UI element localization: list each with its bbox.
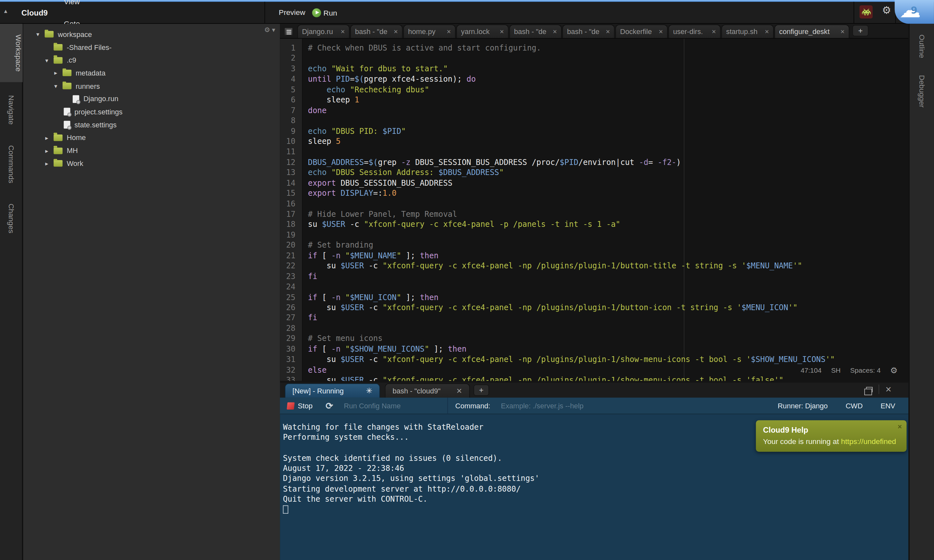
line-number: 33 [280,375,299,381]
settings-gear-icon[interactable]: ⚙ [882,4,891,17]
run-config-name-input[interactable]: Run Config Name [344,402,439,410]
popup-link[interactable]: https://undefined [841,437,896,446]
close-icon[interactable]: ✕ [456,387,462,395]
tree-item-project-settings[interactable]: project.settings [23,105,280,118]
runner-controls: Runner: Django CWD ENV [778,402,895,410]
runner-selector[interactable]: Runner: Django [778,402,828,410]
close-icon[interactable]: × [447,27,451,35]
new-console-tab-button[interactable]: + [473,385,489,396]
tab-list-icon[interactable] [284,27,293,35]
editor-tab-startup-sh[interactable]: startup.sh× [721,24,774,38]
sidebar-tab-outline[interactable]: Outline [917,29,926,64]
chevron-right-icon[interactable]: ▸ [54,70,63,77]
tree-item-label: metadata [76,69,105,77]
sidebar-tab-commands[interactable]: Commands [7,138,15,190]
close-icon[interactable]: × [553,27,557,35]
collapse-triangle-icon[interactable]: ▲ [3,8,8,14]
editor-tab-bash-de[interactable]: bash - "de× [509,24,562,38]
tree-item-mh[interactable]: ▸MH [23,144,280,157]
code-line: 27fi [280,313,908,323]
code-area[interactable]: 1# Check when DBUS is active and start c… [280,38,908,381]
code-line: 1# Check when DBUS is active and start c… [280,43,908,53]
close-icon[interactable]: × [341,27,345,35]
console-panel: [New] - Running✳bash - "cloud9"✕ + ✕ Sto… [280,383,908,560]
code-text: fi [299,313,317,323]
chevron-down-icon[interactable]: ▾ [45,57,54,63]
restart-icon[interactable]: ⟳ [325,400,333,411]
chevron-right-icon[interactable]: ▸ [45,148,54,154]
console-tab-new-running[interactable]: [New] - Running✳ [285,383,380,398]
cwd-button[interactable]: CWD [845,402,863,410]
terminal-line: August 17, 2022 - 22:38:46 [283,463,908,474]
close-icon[interactable]: × [500,27,504,35]
terminal-line: Starting development server at http://0.… [283,483,908,494]
maximize-panel-icon[interactable] [866,387,873,392]
menu-view[interactable]: View [56,0,98,12]
code-line: 9echo "DBUS PID: $PID" [280,126,908,136]
run-button[interactable]: Run [312,2,337,24]
editor-settings-gear-icon[interactable]: ⚙ [890,366,898,375]
code-text [299,198,308,209]
popup-close-icon[interactable]: × [898,423,902,431]
sidebar-tab-navigate[interactable]: Navigate [7,88,15,132]
chevron-down-icon[interactable]: ▾ [54,83,63,89]
close-icon[interactable]: × [394,27,398,35]
tree-item-shared-files[interactable]: -Shared Files- [23,41,280,54]
code-text [299,53,308,63]
close-icon[interactable]: × [712,27,716,35]
cloud9-ide-window: ▲ Cloud9 FileEditFindViewGotoRunToolsWin… [0,0,934,560]
spaces-setting[interactable]: Spaces: 4 [850,366,880,374]
close-icon[interactable]: × [606,27,610,35]
tree-item-c9[interactable]: ▾.c9 [23,54,280,67]
tree-item-label: runners [76,82,100,91]
sidebar-tab-workspace[interactable]: Workspace [0,24,22,82]
code-line: 5 echo "Rechecking dbus" [280,84,908,95]
code-line: 4until PID=$(pgrep xfce4-session); do [280,74,908,84]
editor-tab-dockerfile[interactable]: Dockerfile× [615,24,668,38]
env-button[interactable]: ENV [880,402,895,410]
close-icon[interactable]: × [841,27,845,35]
tree-item-workspace[interactable]: ▾workspace [23,28,280,41]
code-line: 8 [280,115,908,126]
editor-tab-configure-deskt[interactable]: configure_deskt× [774,24,849,38]
sidebar-tab-changes[interactable]: Changes [7,196,15,240]
new-editor-tab-button[interactable]: + [852,25,868,36]
popup-body: Your code is running at https://undefine… [763,437,900,446]
editor-tab-bash-de[interactable]: bash - "de× [563,24,615,38]
tree-settings-gear-icon[interactable]: ⚙ ▾ [264,26,275,34]
editor-tab-home-py[interactable]: home.py× [403,24,456,38]
tree-item-metadata[interactable]: ▸metadata [23,67,280,80]
close-icon[interactable]: × [659,27,663,35]
debug-bug-icon[interactable] [859,6,872,18]
close-panel-icon[interactable]: ✕ [885,385,892,394]
tree-item-state-settings[interactable]: state.settings [23,118,280,131]
code-line: 30if [ -n "$SHOW_MENU_ICONS" ]; then [280,344,908,354]
tree-item-django-run[interactable]: Django.run [23,92,280,105]
close-icon[interactable]: × [765,27,769,35]
workspace-tree-panel: ⚙ ▾ ▾workspace-Shared Files-▾.c9▸metadat… [23,24,280,560]
tree-item-home[interactable]: ▸Home [23,131,280,144]
cursor-position[interactable]: 47:104 [801,366,822,374]
code-line: 3echo "Wait for dbus to start." [280,63,908,74]
chevron-right-icon[interactable]: ▸ [45,160,54,166]
code-text: echo "DBUS PID: $PID" [299,126,406,136]
editor-tab-user-dirs[interactable]: user-dirs.× [668,24,721,38]
code-line: 21if [ -n "$MENU_NAME" ]; then [280,251,908,261]
chevron-right-icon[interactable]: ▸ [45,134,54,141]
editor-tab-bash-de[interactable]: bash - "de× [350,24,403,38]
menu-cloud9[interactable]: Cloud9 [18,8,56,17]
spinner-icon: ✳ [366,386,372,395]
sidebar-tab-debugger[interactable]: Debugger [917,69,926,114]
console-tab-bash-cloud9[interactable]: bash - "cloud9"✕ [385,383,470,398]
command-input[interactable]: Example: ./server.js --help [501,402,620,410]
tree-item-work[interactable]: ▸Work [23,157,280,170]
stop-button[interactable]: Stop [287,402,312,410]
chevron-down-icon[interactable]: ▾ [36,31,45,38]
editor-tab-django-ru[interactable]: Django.ru× [297,24,350,38]
editor-tab-yarn-lock[interactable]: yarn.lock× [456,24,509,38]
code-text: echo "Wait for dbus to start." [299,63,448,74]
preview-button[interactable]: Preview [273,2,311,24]
syntax-mode[interactable]: SH [831,366,841,374]
tree-item-runners[interactable]: ▾runners [23,80,280,93]
code-line: 17# Hide Lower Panel, Temp Removal [280,209,908,219]
